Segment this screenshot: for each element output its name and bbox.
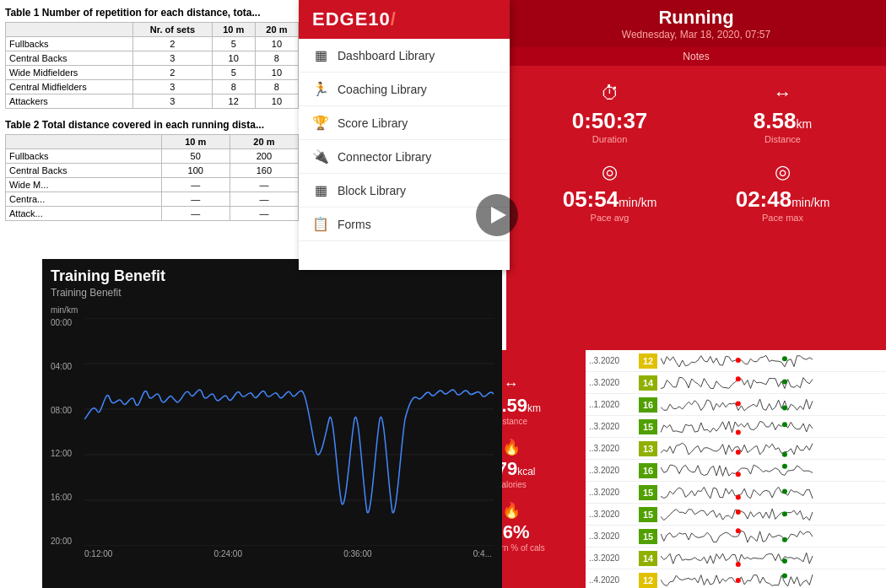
tqr-date-row: ..3.2020 15 — [586, 504, 886, 526]
stat-label: Pace avg — [523, 213, 696, 223]
table1-title: Table 1 Number of repetition for each di… — [5, 7, 299, 19]
row-value: 10 — [255, 37, 298, 51]
table-row: Central Backs3108 — [6, 51, 299, 66]
running-title: Running — [520, 7, 872, 29]
date-label: ..3.2020 — [589, 378, 635, 387]
tqr-date-row: ..1.2020 16 — [586, 394, 886, 416]
svg-point-10 — [736, 429, 741, 434]
stat-unit: kcal — [517, 466, 535, 477]
table-row: Central Midfielders388 — [6, 80, 299, 94]
chart-svg — [84, 318, 494, 546]
table2-title: Table 2 Total distance covered in each r… — [5, 119, 299, 131]
date-label: ..3.2020 — [589, 356, 635, 365]
row-name: Fullbacks — [6, 37, 133, 51]
stat-label: Distance — [696, 134, 869, 144]
table-row: Fullbacks50200 — [6, 149, 299, 164]
sidebar-item-block[interactable]: ▦ Block Library — [299, 174, 510, 208]
date-label: ..3.2020 — [589, 444, 635, 453]
row-value: 10 — [212, 51, 255, 66]
row-value: 8 — [255, 51, 298, 66]
svg-point-8 — [736, 401, 741, 406]
score-box: 16 — [639, 397, 657, 413]
coaching-icon: 🏃 — [312, 81, 329, 97]
date-label: ..3.2020 — [589, 466, 635, 475]
y-tick-label: 04:00 — [51, 362, 81, 371]
table-row: Wide Midfielders2510 — [6, 66, 299, 80]
table2-col-name — [6, 135, 162, 149]
svg-point-17 — [782, 488, 787, 494]
svg-point-5 — [782, 356, 787, 361]
forms-icon: 📋 — [312, 216, 329, 232]
table1: Nr. of sets 10 m 20 m Fullbacks2510Centr… — [5, 22, 299, 109]
running-stat: ⏱ 0:50:37 Duration — [523, 74, 696, 153]
svg-point-18 — [736, 510, 741, 515]
tqr-date-row: ..3.2020 14 — [586, 548, 886, 569]
score-box: 14 — [639, 375, 657, 391]
tqr-date-row: ..3.2020 15 — [586, 526, 886, 548]
sidebar-item-label: Score Library — [338, 116, 408, 130]
x-tick-label: 0:36:00 — [343, 549, 371, 558]
svg-point-24 — [736, 577, 741, 582]
table-row: Wide M...—— — [6, 178, 299, 192]
sidebar-logo-bar: EDGE10/ — [299, 0, 510, 39]
sparkline — [661, 528, 883, 545]
date-label: ..1.2020 — [589, 400, 635, 409]
row-name: Wide M... — [6, 178, 162, 192]
sparkline — [661, 484, 883, 501]
date-label: ..4.2020 — [589, 575, 635, 585]
row-value: 2 — [133, 66, 212, 80]
row-value: 3 — [133, 51, 212, 66]
svg-point-22 — [736, 561, 741, 566]
video-play-button[interactable] — [476, 194, 518, 236]
row-value: 100 — [161, 164, 230, 178]
sidebar-item-dashboard[interactable]: ▦ Dashboard Library — [299, 39, 510, 73]
row-value: 10 — [255, 94, 298, 109]
y-axis-label: min/km — [51, 305, 494, 315]
row-value: 5 — [212, 66, 255, 80]
y-tick-label: 20:00 — [51, 537, 81, 546]
stat-value: 8.58km — [696, 108, 869, 134]
row-value: — — [230, 207, 298, 221]
row-name: Fullbacks — [6, 149, 162, 164]
tqr-date-row: ..3.2020 14 — [586, 372, 886, 394]
stat-icon: ◎ — [523, 161, 696, 183]
row-name: Attackers — [6, 94, 133, 109]
table1-col-10m: 10 m — [212, 23, 255, 37]
running-stat: ◎ 02:48min/km Pace max — [696, 153, 869, 231]
sidebar-item-connector[interactable]: 🔌 Connector Library — [299, 140, 510, 174]
row-value: 8 — [212, 80, 255, 94]
sidebar-item-score[interactable]: 🏆 Score Library — [299, 106, 510, 140]
running-card-header: Running Wednesday, Mar 18, 2020, 07:57 — [506, 0, 886, 47]
stat-icon: ⏱ — [523, 83, 696, 105]
x-tick-label: 0:12:00 — [84, 549, 112, 558]
svg-point-4 — [736, 357, 741, 362]
score-box: 12 — [639, 573, 657, 588]
row-value: 8 — [255, 80, 298, 94]
tqr-date-row: ..3.2020 13 — [586, 438, 886, 460]
sparkline — [661, 440, 883, 457]
row-value: 3 — [133, 94, 212, 109]
date-label: ..3.2020 — [589, 422, 635, 431]
training-chart: 00:0004:0008:0012:0016:0020:00 — [51, 318, 494, 546]
stat-unit: km — [527, 402, 541, 414]
running-card: Running Wednesday, Mar 18, 2020, 07:57 N… — [506, 0, 886, 350]
running-stats-grid: ⏱ 0:50:37 Duration↔ 8.58km Distance◎ 05:… — [506, 66, 886, 240]
row-value: 12 — [212, 94, 255, 109]
score-box: 15 — [639, 419, 657, 434]
running-date: Wednesday, Mar 18, 2020, 07:57 — [520, 29, 872, 40]
score-box: 15 — [639, 507, 657, 522]
sidebar-item-label: Forms — [338, 218, 371, 231]
svg-point-25 — [782, 573, 787, 578]
row-name: Central Backs — [6, 51, 133, 66]
row-value: — — [161, 207, 230, 221]
sidebar-item-label: Connector Library — [338, 150, 431, 164]
stat-label: Pace max — [696, 213, 869, 223]
score-box: 15 — [639, 529, 657, 544]
date-label: ..3.2020 — [589, 531, 635, 541]
x-tick-label: 0:24:00 — [214, 549, 242, 558]
row-value: 5 — [212, 37, 255, 51]
dashboard-icon: ▦ — [312, 47, 329, 63]
row-value: 200 — [230, 149, 298, 164]
sidebar-item-coaching[interactable]: 🏃 Coaching Library — [299, 73, 510, 106]
row-name: Wide Midfielders — [6, 66, 133, 80]
